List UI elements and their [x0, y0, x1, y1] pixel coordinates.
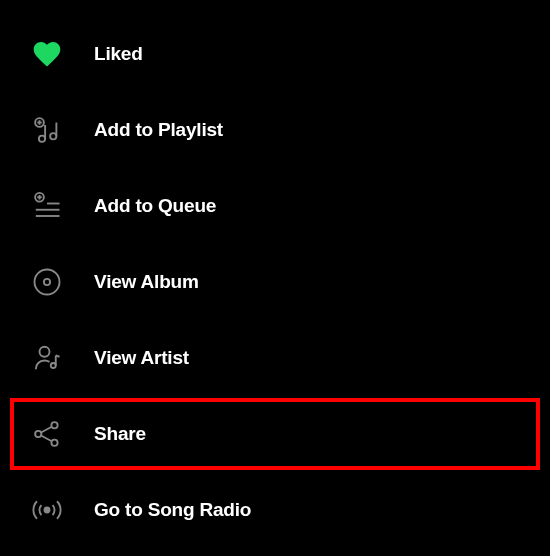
- menu-item-label: View Album: [94, 271, 199, 293]
- menu-item-liked[interactable]: Liked: [0, 16, 550, 92]
- svg-point-20: [35, 431, 41, 437]
- svg-point-19: [51, 422, 57, 428]
- menu-item-go-to-song-radio[interactable]: Go to Song Radio: [0, 472, 550, 548]
- share-icon: [30, 417, 64, 451]
- highlight-annotation: [10, 398, 540, 470]
- menu-item-view-artist[interactable]: View Artist: [0, 320, 550, 396]
- svg-point-24: [45, 508, 50, 513]
- svg-point-14: [44, 279, 50, 285]
- svg-point-21: [51, 440, 57, 446]
- menu-item-label: View Artist: [94, 347, 189, 369]
- menu-item-add-to-queue[interactable]: Add to Queue: [0, 168, 550, 244]
- radio-icon: [30, 493, 64, 527]
- menu-item-label: Add to Queue: [94, 195, 216, 217]
- add-playlist-icon: [30, 113, 64, 147]
- album-icon: [30, 265, 64, 299]
- heart-icon: [30, 37, 64, 71]
- svg-line-22: [41, 427, 52, 433]
- add-queue-icon: [30, 189, 64, 223]
- artist-icon: [30, 341, 64, 375]
- menu-item-label: Liked: [94, 43, 143, 65]
- context-menu: Liked Add to Playlist: [0, 0, 550, 548]
- menu-item-label: Share: [94, 423, 146, 445]
- menu-item-share[interactable]: Share: [0, 396, 550, 472]
- menu-item-view-album[interactable]: View Album: [0, 244, 550, 320]
- svg-point-13: [35, 270, 60, 295]
- menu-item-label: Add to Playlist: [94, 119, 223, 141]
- menu-item-add-to-playlist[interactable]: Add to Playlist: [0, 92, 550, 168]
- menu-item-label: Go to Song Radio: [94, 499, 251, 521]
- svg-point-15: [40, 347, 50, 357]
- svg-line-23: [41, 436, 52, 442]
- svg-line-18: [56, 356, 60, 357]
